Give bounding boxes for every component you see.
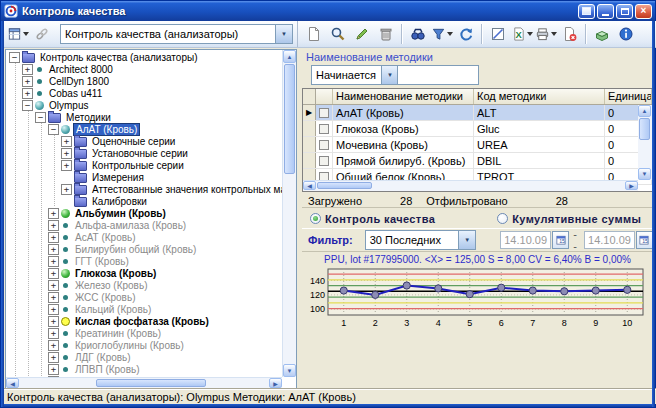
console-tree-button[interactable] [6,22,30,46]
radio-quality-control[interactable]: Контроль качества [310,213,435,225]
combo-arrow-icon[interactable]: ▼ [458,231,475,249]
table-horizontal-scrollbar[interactable]: ◀ ▶ [303,180,638,191]
tree-item[interactable]: +CellDyn 1800 [6,75,282,87]
remove-document-button[interactable] [558,22,582,46]
method-search-input[interactable] [397,65,479,85]
tree-horizontal-scrollbar[interactable]: ◀ ▶ [6,377,282,388]
tree-item[interactable]: Измерения [6,171,282,183]
new-document-button[interactable] [302,22,326,46]
expand-icon[interactable]: + [48,208,59,219]
tree-item[interactable]: +Аттестованные значения контрольных мате… [6,183,282,195]
expand-icon[interactable]: + [48,268,59,279]
scroll-down-icon[interactable]: ▼ [638,168,651,180]
expand-icon[interactable]: + [48,340,59,351]
row-checkbox[interactable] [319,108,329,118]
scroll-down-icon[interactable]: ▼ [283,364,296,377]
tree-item[interactable]: Калибровки [6,195,282,207]
tree-vertical-scrollbar[interactable]: ▲ ▼ [282,50,296,377]
tree-item[interactable]: +ЛПВП (Кровь) [6,363,282,375]
tree-item[interactable]: +Билирубин общий (Кровь) [6,243,282,255]
close-button[interactable]: × [635,4,652,19]
print-button[interactable] [534,22,558,46]
tree-item[interactable]: −АлАТ (Кровь) [6,123,282,135]
expand-icon[interactable]: + [48,304,59,315]
expand-icon[interactable]: + [48,364,59,375]
find-button[interactable] [406,22,430,46]
tree-item[interactable]: +Установочные серии [6,147,282,159]
console-path-combobox[interactable]: Контроль качества (анализаторы) ▼ [60,24,293,44]
combo-arrow-icon[interactable]: ▼ [275,25,292,43]
expand-icon[interactable]: + [48,256,59,267]
help-button[interactable] [578,4,595,19]
row-checkbox[interactable] [319,124,329,134]
table-row[interactable]: Прямой билируб. (Кровь)DBIL0 [303,153,652,169]
table-row[interactable]: Глюкоза (Кровь)Gluc0 [303,121,652,137]
tree-item[interactable]: +ЖСС (Кровь) [6,291,282,303]
tree-item[interactable]: +Криоглобулины (Кровь) [6,339,282,351]
expand-icon[interactable]: + [48,316,59,327]
excel-export-button[interactable]: X [510,22,534,46]
expand-icon[interactable]: + [22,88,33,99]
tree-item[interactable]: +Кальций (Кровь) [6,303,282,315]
tree-item[interactable]: +Architect 8000 [6,63,282,75]
tree-item[interactable]: +Оценочные серии [6,135,282,147]
table-vertical-scrollbar[interactable]: ▲ ▼ [638,105,652,180]
expand-icon[interactable]: + [48,232,59,243]
expand-icon[interactable]: + [48,328,59,339]
archive-box-button[interactable] [590,22,614,46]
collapse-icon[interactable]: − [48,124,59,135]
table-header-cell[interactable]: Наименование методики [333,89,474,104]
minimize-button[interactable] [597,4,614,19]
scroll-left-icon[interactable]: ◀ [6,378,19,388]
tree-item[interactable]: +Альбумин (Кровь) [6,207,282,219]
tree-item[interactable]: +Cobas u411 [6,87,282,99]
table-header-cell[interactable]: Код методики [474,89,605,104]
expand-icon[interactable]: + [48,220,59,231]
maximize-button[interactable] [616,4,633,19]
date-to-field[interactable]: 14.10.09 [584,231,635,249]
expand-icon[interactable]: + [22,76,33,87]
chart-report-button[interactable] [486,22,510,46]
scroll-right-icon[interactable]: ▶ [269,378,282,388]
collapse-icon[interactable]: − [35,112,46,123]
search-button[interactable] [326,22,350,46]
edit-button[interactable] [350,22,374,46]
tree-item[interactable]: −Olympus [6,99,282,111]
expand-icon[interactable]: + [48,280,59,291]
tree-item[interactable]: +АсАТ (Кровь) [6,231,282,243]
table-row[interactable]: Мочевина (Кровь)UREA0 [303,137,652,153]
delete-button[interactable] [374,22,398,46]
tree-vscroll-thumb[interactable] [284,64,295,174]
collapse-icon[interactable]: − [22,100,33,111]
tree-item[interactable]: −Методики [6,111,282,123]
date-from-field[interactable]: 14.10.09 [500,231,551,249]
tree-item[interactable]: −Контроль качества (анализаторы) [6,51,282,63]
link-button[interactable] [30,22,54,46]
scroll-up-icon[interactable]: ▲ [638,105,651,117]
tree-hscroll-thumb[interactable] [96,379,206,387]
combo-arrow-icon[interactable]: ▼ [381,66,398,84]
info-button[interactable] [614,22,638,46]
date-from-calendar-button[interactable]: 15 [552,231,569,249]
filter-button[interactable] [430,22,454,46]
tree-item[interactable]: +ЛДГ (Кровь) [6,351,282,363]
expand-icon[interactable]: + [22,64,33,75]
expand-icon[interactable]: + [48,352,59,363]
scroll-right-icon[interactable]: ▶ [625,181,638,190]
radio-cumulative-sums[interactable]: Кумулятивные суммы [497,213,641,225]
match-mode-combobox[interactable]: Начинается ▼ [311,65,399,85]
table-row[interactable]: ▶АлАТ (Кровь)ALT0 [303,105,652,121]
row-checkbox[interactable] [319,156,329,166]
table-hscroll-thumb[interactable] [317,182,372,189]
tree-item[interactable]: +ГГТ (Кровь) [6,255,282,267]
expand-icon[interactable]: + [48,244,59,255]
expand-icon[interactable]: + [61,184,72,195]
expand-icon[interactable]: + [61,148,72,159]
table-vscroll-thumb[interactable] [639,118,650,140]
tree-item[interactable]: +Альфа-амилаза (Кровь) [6,219,282,231]
row-checkbox[interactable] [319,140,329,150]
expand-icon[interactable]: + [48,292,59,303]
scroll-up-icon[interactable]: ▲ [283,50,296,63]
tree-item[interactable]: +Глюкоза (Кровь) [6,267,282,279]
tree-item[interactable]: +Кислая фосфатаза (Кровь) [6,315,282,327]
